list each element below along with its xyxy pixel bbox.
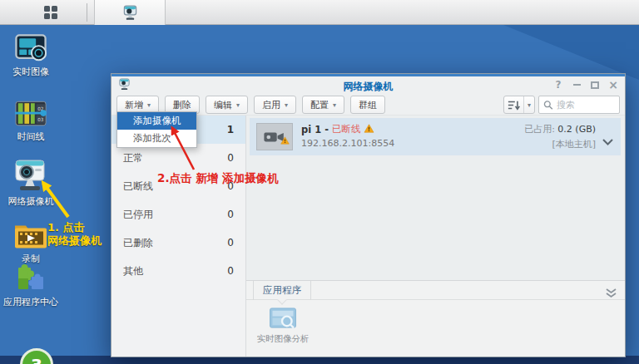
warning-icon: ! — [280, 132, 290, 148]
help-button[interactable]: ? — [552, 78, 565, 91]
sidebar-row-label: 已断线 — [123, 172, 153, 200]
dropdown-caret-icon: ▾ — [147, 101, 151, 109]
dropdown-caret-icon: ▾ — [333, 101, 336, 109]
minimize-button[interactable] — [570, 78, 583, 91]
group-button[interactable]: 群组 — [350, 96, 385, 114]
annotation-step1-line1: 1. 点击 — [47, 221, 102, 234]
search-icon — [543, 100, 553, 111]
warning-icon: ! — [364, 124, 374, 135]
window-titlebar[interactable]: 网络摄像机 ? × — [111, 76, 625, 94]
sidebar-row-count: 0 — [227, 200, 234, 229]
sidebar-row-label: 其他 — [123, 257, 143, 285]
maximize-button[interactable] — [588, 78, 602, 91]
annotation-step1-line2: 网络摄像机 — [47, 234, 102, 248]
taskbar-separator — [87, 3, 87, 22]
enable-button[interactable]: 启用 ▾ — [254, 96, 296, 114]
sidebar-row-count: 0 — [227, 257, 234, 285]
sidebar-row-count: 0 — [227, 144, 234, 172]
menu-item-add-batch[interactable]: 添加批次 — [117, 130, 196, 147]
desktop-icon-ip-camera[interactable]: 网络摄像机 — [3, 158, 58, 207]
maximize-icon — [591, 81, 599, 89]
sidebar-row-count: 1 — [227, 116, 234, 144]
ip-camera-icon — [13, 158, 48, 193]
sidebar-row-deleted[interactable]: 已删除 0 — [111, 229, 245, 257]
sidebar-row-label: 已停用 — [123, 200, 153, 229]
app-label: 实时图像分析 — [257, 333, 310, 345]
desktop-icon-label: 网络摄像机 — [8, 196, 54, 207]
status-sidebar: 1 正常 0 已断线 0 已停用 0 已删除 0 其他 0 — [111, 116, 246, 357]
svg-text:!: ! — [368, 125, 370, 133]
dropdown-caret-icon: ▾ — [285, 101, 288, 109]
desktop-icon-label: 实时图像 — [12, 66, 49, 77]
chevron-down-icon[interactable] — [602, 133, 613, 149]
svg-text:!: ! — [284, 138, 286, 144]
screen: 实时图像 02 03 时间线 网络摄像机 — [0, 0, 639, 364]
timeline-icon: 02 03 — [15, 101, 47, 128]
dropdown-caret-icon: ▾ — [524, 96, 534, 113]
dropdown-caret-icon: ▾ — [236, 101, 240, 109]
add-dropdown-menu: 添加摄像机 添加批次 — [116, 111, 197, 148]
step3-badge: 3 — [20, 348, 53, 364]
sidebar-row-normal[interactable]: 正常 0 — [111, 144, 245, 172]
camera-list-panel: ! pi 1 - 已断线 ! 192.168.2.101:8554 — [246, 116, 625, 357]
app-live-view-analytics[interactable]: 实时图像分析 — [251, 307, 315, 345]
camera-host: [本地主机] — [524, 138, 596, 150]
camera-list-item[interactable]: ! pi 1 - 已断线 ! 192.168.2.101:8554 — [250, 118, 621, 155]
annotation-step1-text: 1. 点击 网络摄像机 — [47, 221, 102, 248]
edit-button[interactable]: 编辑 ▾ — [206, 96, 248, 114]
sidebar-row-label: 正常 — [123, 144, 143, 172]
desktop-icon-timeline[interactable]: 02 03 时间线 — [3, 101, 58, 142]
sidebar-row-label: 已删除 — [123, 229, 153, 257]
sidebar-row-others[interactable]: 其他 0 — [111, 257, 245, 285]
tab-applications[interactable]: 应用程序 — [253, 281, 311, 300]
applications-tabbar: 应用程序 — [246, 281, 625, 300]
application-center-icon — [14, 260, 47, 293]
sort-icon — [504, 96, 524, 113]
delete-button-label: 删除 — [173, 99, 191, 111]
camera-app-icon — [122, 5, 138, 21]
sort-button[interactable]: ▾ — [503, 96, 535, 114]
applications-panel: 应用程序 实时 — [246, 280, 625, 357]
camera-name: pi 1 — [301, 124, 321, 135]
live-view-analytics-icon — [269, 307, 297, 330]
desktop-icon-application-center[interactable]: 应用程序中心 — [3, 260, 58, 307]
ip-camera-window: 网络摄像机 ? × 新增 ▾ 删除 编辑 ▾ — [111, 73, 626, 357]
search-input[interactable] — [557, 100, 615, 111]
menu-item-add-camera[interactable]: 添加摄像机 — [117, 112, 196, 130]
sidebar-row-disabled[interactable]: 已停用 0 — [111, 200, 245, 229]
main-menu-icon — [43, 5, 58, 20]
recording-icon — [13, 219, 48, 250]
annotation-step2-text: 2.点击 新增 添加摄像机 — [157, 171, 278, 186]
taskbar — [0, 0, 639, 25]
close-button[interactable]: × — [607, 78, 620, 91]
add-button-label: 新增 — [125, 99, 143, 111]
timeline-mark-03: 03 — [37, 117, 44, 122]
group-button-label: 群组 — [359, 99, 377, 111]
sidebar-row-count: 0 — [227, 229, 234, 257]
window-title: 网络摄像机 — [111, 80, 625, 94]
taskbar-camera-app-tab[interactable] — [94, 0, 166, 25]
edit-button-label: 编辑 — [214, 99, 232, 111]
usage-label: 已占用: — [524, 124, 555, 135]
camera-address: 192.168.2.101:8554 — [301, 138, 394, 149]
desktop-icon-live-view[interactable]: 实时图像 — [3, 33, 58, 77]
camera-status: 已断线 — [332, 123, 361, 135]
desktop-icon-label: 应用程序中心 — [3, 297, 58, 307]
camera-name-separator: - — [324, 124, 329, 135]
usage-value: 0.2 (GB) — [557, 124, 596, 135]
live-view-icon — [15, 33, 47, 63]
search-box[interactable] — [538, 96, 620, 114]
desktop-icon-label: 时间线 — [17, 131, 45, 142]
main-menu-button[interactable] — [33, 2, 68, 22]
enable-button-label: 启用 — [262, 99, 280, 111]
camera-thumbnail: ! — [256, 123, 293, 150]
collapse-double-chevron-icon[interactable] — [606, 286, 617, 302]
configure-button[interactable]: 配置 ▾ — [302, 96, 344, 114]
minimize-icon — [573, 84, 581, 86]
configure-button-label: 配置 — [310, 99, 329, 111]
